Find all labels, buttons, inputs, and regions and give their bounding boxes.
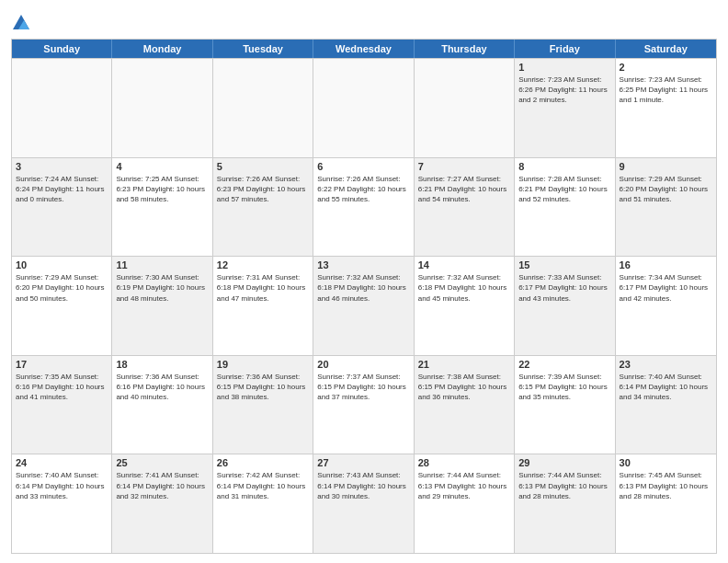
day-info: Sunrise: 7:40 AM Sunset: 6:14 PM Dayligh… [620,372,712,403]
day-number: 7 [418,161,510,172]
calendar-row-1: 1Sunrise: 7:23 AM Sunset: 6:26 PM Daylig… [12,58,716,157]
day-cell-9: 9Sunrise: 7:29 AM Sunset: 6:20 PM Daylig… [616,158,716,257]
empty-cell-r0c0 [12,59,112,157]
day-info: Sunrise: 7:38 AM Sunset: 6:15 PM Dayligh… [418,372,510,403]
day-cell-28: 28Sunrise: 7:44 AM Sunset: 6:13 PM Dayli… [415,454,515,553]
day-info: Sunrise: 7:32 AM Sunset: 6:18 PM Dayligh… [418,272,510,304]
header-day-saturday: Saturday [616,40,716,58]
day-number: 22 [518,359,610,370]
empty-cell-r0c2 [213,59,313,157]
day-number: 9 [620,161,712,172]
day-info: Sunrise: 7:45 AM Sunset: 6:13 PM Dayligh… [620,470,712,501]
calendar-row-5: 24Sunrise: 7:40 AM Sunset: 6:14 PM Dayli… [12,454,716,553]
header-day-wednesday: Wednesday [313,40,414,58]
day-info: Sunrise: 7:40 AM Sunset: 6:14 PM Dayligh… [16,470,108,501]
calendar-body: 1Sunrise: 7:23 AM Sunset: 6:26 PM Daylig… [12,58,716,553]
logo [11,13,35,33]
day-info: Sunrise: 7:28 AM Sunset: 6:21 PM Dayligh… [518,174,610,205]
header-day-thursday: Thursday [415,40,515,58]
day-cell-6: 6Sunrise: 7:26 AM Sunset: 6:22 PM Daylig… [313,158,414,257]
day-number: 1 [518,62,610,73]
day-info: Sunrise: 7:33 AM Sunset: 6:17 PM Dayligh… [518,272,610,304]
day-cell-26: 26Sunrise: 7:42 AM Sunset: 6:14 PM Dayli… [213,454,313,553]
day-info: Sunrise: 7:27 AM Sunset: 6:21 PM Dayligh… [418,174,510,205]
day-cell-30: 30Sunrise: 7:45 AM Sunset: 6:13 PM Dayli… [616,454,716,553]
calendar: SundayMondayTuesdayWednesdayThursdayFrid… [11,39,717,554]
day-number: 6 [317,161,409,172]
day-number: 27 [317,457,409,468]
day-info: Sunrise: 7:34 AM Sunset: 6:17 PM Dayligh… [620,272,712,304]
day-number: 14 [418,259,510,270]
day-info: Sunrise: 7:42 AM Sunset: 6:14 PM Dayligh… [217,470,309,501]
day-number: 30 [620,457,712,468]
empty-cell-r0c4 [415,59,515,157]
day-info: Sunrise: 7:36 AM Sunset: 6:15 PM Dayligh… [217,372,309,403]
day-number: 11 [116,259,208,270]
day-info: Sunrise: 7:26 AM Sunset: 6:23 PM Dayligh… [217,174,309,205]
day-number: 18 [116,359,208,370]
day-cell-17: 17Sunrise: 7:35 AM Sunset: 6:16 PM Dayli… [12,356,112,454]
day-number: 23 [620,359,712,370]
day-number: 25 [116,457,208,468]
day-cell-7: 7Sunrise: 7:27 AM Sunset: 6:21 PM Daylig… [415,158,515,257]
day-info: Sunrise: 7:41 AM Sunset: 6:14 PM Dayligh… [116,470,208,501]
day-cell-29: 29Sunrise: 7:44 AM Sunset: 6:13 PM Dayli… [515,454,615,553]
day-number: 13 [317,259,409,270]
day-cell-20: 20Sunrise: 7:37 AM Sunset: 6:15 PM Dayli… [313,356,414,454]
empty-cell-r0c3 [313,59,414,157]
calendar-row-2: 3Sunrise: 7:24 AM Sunset: 6:24 PM Daylig… [12,157,716,257]
logo-icon [11,13,31,33]
day-cell-25: 25Sunrise: 7:41 AM Sunset: 6:14 PM Dayli… [112,454,212,553]
calendar-row-3: 10Sunrise: 7:29 AM Sunset: 6:20 PM Dayli… [12,256,716,355]
day-info: Sunrise: 7:39 AM Sunset: 6:15 PM Dayligh… [518,372,610,403]
day-cell-16: 16Sunrise: 7:34 AM Sunset: 6:17 PM Dayli… [616,257,716,355]
day-number: 21 [418,359,510,370]
header-day-sunday: Sunday [12,40,112,58]
day-info: Sunrise: 7:26 AM Sunset: 6:22 PM Dayligh… [317,174,409,205]
day-number: 26 [217,457,309,468]
day-info: Sunrise: 7:23 AM Sunset: 6:26 PM Dayligh… [518,75,610,106]
day-info: Sunrise: 7:30 AM Sunset: 6:19 PM Dayligh… [116,272,208,304]
day-number: 15 [518,259,610,270]
day-info: Sunrise: 7:44 AM Sunset: 6:13 PM Dayligh… [518,470,610,501]
day-cell-11: 11Sunrise: 7:30 AM Sunset: 6:19 PM Dayli… [112,257,212,355]
day-cell-23: 23Sunrise: 7:40 AM Sunset: 6:14 PM Dayli… [616,356,716,454]
day-number: 4 [116,161,208,172]
day-cell-21: 21Sunrise: 7:38 AM Sunset: 6:15 PM Dayli… [415,356,515,454]
day-cell-18: 18Sunrise: 7:36 AM Sunset: 6:16 PM Dayli… [112,356,212,454]
day-cell-24: 24Sunrise: 7:40 AM Sunset: 6:14 PM Dayli… [12,454,112,553]
day-number: 3 [16,161,108,172]
day-info: Sunrise: 7:24 AM Sunset: 6:24 PM Dayligh… [16,174,108,205]
day-number: 24 [16,457,108,468]
day-cell-1: 1Sunrise: 7:23 AM Sunset: 6:26 PM Daylig… [515,59,615,157]
day-info: Sunrise: 7:23 AM Sunset: 6:25 PM Dayligh… [620,75,712,106]
day-info: Sunrise: 7:37 AM Sunset: 6:15 PM Dayligh… [317,372,409,403]
day-info: Sunrise: 7:31 AM Sunset: 6:18 PM Dayligh… [217,272,309,304]
day-cell-22: 22Sunrise: 7:39 AM Sunset: 6:15 PM Dayli… [515,356,615,454]
day-info: Sunrise: 7:36 AM Sunset: 6:16 PM Dayligh… [116,372,208,403]
day-number: 19 [217,359,309,370]
calendar-row-4: 17Sunrise: 7:35 AM Sunset: 6:16 PM Dayli… [12,355,716,454]
day-number: 29 [518,457,610,468]
day-info: Sunrise: 7:44 AM Sunset: 6:13 PM Dayligh… [418,470,510,501]
day-cell-12: 12Sunrise: 7:31 AM Sunset: 6:18 PM Dayli… [213,257,313,355]
calendar-header: SundayMondayTuesdayWednesdayThursdayFrid… [12,40,716,58]
day-number: 20 [317,359,409,370]
day-number: 10 [16,259,108,270]
header-day-friday: Friday [515,40,615,58]
day-number: 2 [620,62,712,73]
day-number: 8 [518,161,610,172]
page: SundayMondayTuesdayWednesdayThursdayFrid… [0,0,728,563]
day-number: 17 [16,359,108,370]
day-info: Sunrise: 7:29 AM Sunset: 6:20 PM Dayligh… [16,272,108,304]
day-cell-2: 2Sunrise: 7:23 AM Sunset: 6:25 PM Daylig… [616,59,716,157]
day-cell-19: 19Sunrise: 7:36 AM Sunset: 6:15 PM Dayli… [213,356,313,454]
header-day-tuesday: Tuesday [213,40,313,58]
day-cell-5: 5Sunrise: 7:26 AM Sunset: 6:23 PM Daylig… [213,158,313,257]
day-number: 16 [620,259,712,270]
day-info: Sunrise: 7:43 AM Sunset: 6:14 PM Dayligh… [317,470,409,501]
day-cell-3: 3Sunrise: 7:24 AM Sunset: 6:24 PM Daylig… [12,158,112,257]
day-cell-15: 15Sunrise: 7:33 AM Sunset: 6:17 PM Dayli… [515,257,615,355]
day-number: 12 [217,259,309,270]
day-cell-14: 14Sunrise: 7:32 AM Sunset: 6:18 PM Dayli… [415,257,515,355]
